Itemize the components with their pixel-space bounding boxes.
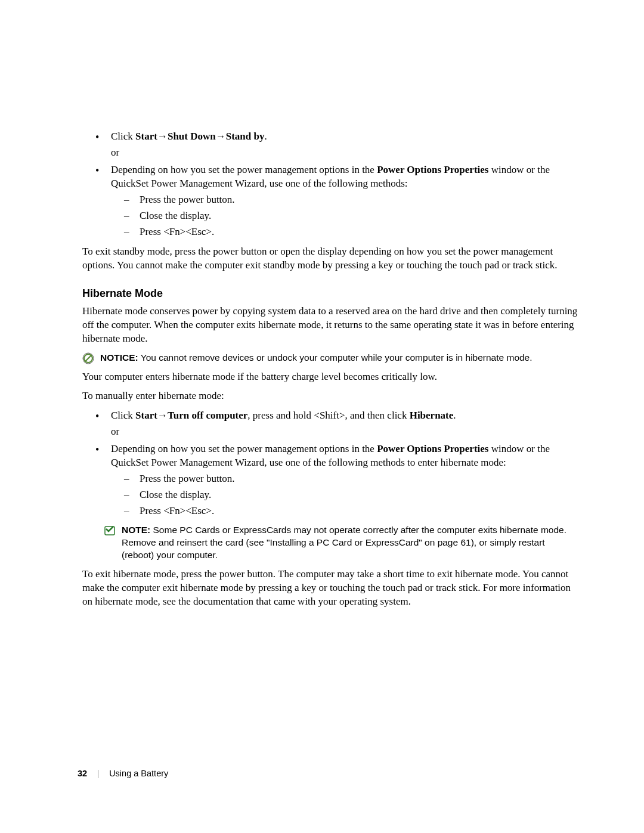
text: Depending on how you set the power manag…	[111, 164, 377, 175]
list-item: Press <Fn><Esc>.	[124, 225, 578, 239]
list-item: Close the display.	[124, 488, 578, 502]
period: .	[264, 131, 267, 142]
bold-turnoff: Turn off computer	[168, 410, 247, 421]
or-text: or	[111, 425, 578, 439]
page-content: Click Start→Shut Down→Stand by. or Depen…	[82, 130, 578, 615]
bold-hibernate: Hibernate	[410, 410, 454, 421]
page-footer: 32 Using a Battery	[78, 768, 168, 780]
list-item: Close the display.	[124, 209, 578, 223]
hibernate-heading: Hibernate Mode	[82, 286, 578, 301]
notice-icon	[82, 352, 94, 364]
bold-standby: Stand by	[226, 131, 265, 142]
bold-start: Start	[135, 131, 157, 142]
text: , press and hold <Shift>, and then click	[247, 410, 409, 421]
text: Click	[111, 131, 135, 142]
hibernate-intro: Hibernate mode conserves power by copyin…	[82, 305, 578, 346]
hibernate-enters: Your computer enters hibernate mode if t…	[82, 370, 578, 384]
list-item: Click Start→Turn off computer, press and…	[95, 409, 578, 439]
sub-list: Press the power button. Close the displa…	[124, 193, 578, 239]
hibernate-exit-paragraph: To exit hibernate mode, press the power …	[82, 568, 578, 609]
section-title: Using a Battery	[109, 768, 168, 780]
bold-power-options: Power Options Properties	[377, 164, 488, 175]
or-text: or	[111, 146, 578, 160]
text: Click	[111, 410, 135, 421]
footer-divider	[98, 770, 98, 778]
arrow: →	[157, 410, 168, 421]
page-number: 32	[78, 768, 87, 780]
bold-shutdown: Shut Down	[168, 131, 216, 142]
list-item: Press the power button.	[124, 193, 578, 207]
standby-exit-paragraph: To exit standby mode, press the power bu…	[82, 245, 578, 272]
list-item: Press the power button.	[124, 472, 578, 486]
note-callout: NOTE: Some PC Cards or ExpressCards may …	[104, 524, 578, 562]
bold-power-options: Power Options Properties	[377, 443, 488, 454]
note-body: Some PC Cards or ExpressCards may not op…	[122, 525, 566, 560]
hibernate-list: Click Start→Turn off computer, press and…	[95, 409, 578, 518]
standby-list: Click Start→Shut Down→Stand by. or Depen…	[95, 130, 578, 239]
bold-start: Start	[135, 410, 157, 421]
note-label: NOTE:	[122, 525, 150, 535]
notice-label: NOTICE:	[100, 352, 138, 363]
list-item: Depending on how you set the power manag…	[95, 442, 578, 518]
notice-body: You cannot remove devices or undock your…	[138, 352, 532, 363]
sub-list: Press the power button. Close the displa…	[124, 472, 578, 518]
arrow: →	[216, 131, 226, 142]
arrow: →	[157, 131, 168, 142]
period: .	[453, 410, 456, 421]
list-item: Press <Fn><Esc>.	[124, 504, 578, 518]
note-icon	[104, 525, 116, 537]
list-item: Click Start→Shut Down→Stand by. or	[95, 130, 578, 160]
text: Depending on how you set the power manag…	[111, 443, 377, 454]
list-item: Depending on how you set the power manag…	[95, 163, 578, 239]
notice-callout: NOTICE: You cannot remove devices or und…	[82, 352, 578, 364]
hibernate-manual: To manually enter hibernate mode:	[82, 389, 578, 403]
